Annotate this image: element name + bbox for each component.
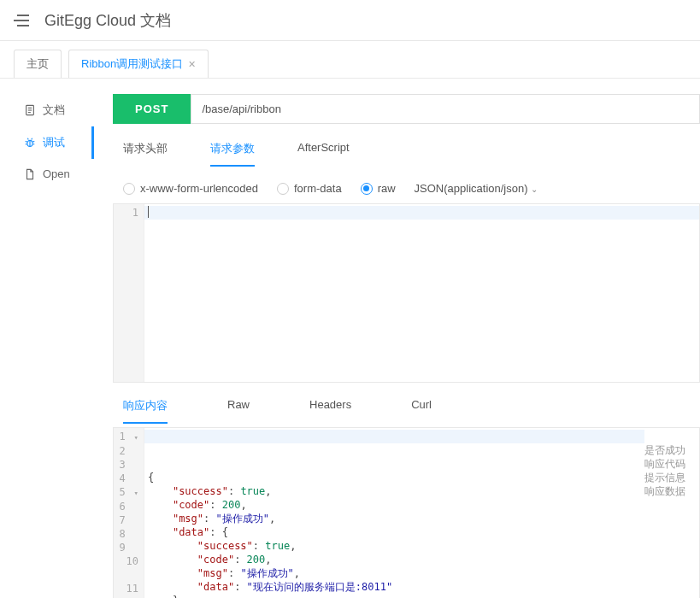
content-type-select[interactable]: JSON(application/json)⌄: [415, 182, 538, 195]
sidebar-item-label: 文档: [43, 103, 65, 118]
body-type-option[interactable]: form-data: [277, 182, 342, 195]
request-url-input[interactable]: [191, 94, 700, 124]
response-field-annotation: 是否成功: [644, 443, 699, 457]
request-sub-tab[interactable]: AfterScript: [297, 141, 350, 167]
app-title: GitEgg Cloud 文档: [44, 10, 171, 31]
response-editor[interactable]: 1 ▾2 3 4 5 ▾6 7 8 9 10 11 { "success": t…: [113, 427, 700, 598]
page-tab[interactable]: 主页: [14, 50, 62, 78]
doc-icon: [24, 104, 36, 116]
editor-cursor: [148, 206, 149, 218]
sidebar-item[interactable]: 文档: [0, 94, 94, 126]
page-tab-label: 主页: [26, 56, 49, 72]
editor-gutter: 1: [114, 204, 144, 382]
request-body-editor[interactable]: 1: [113, 203, 700, 383]
request-sub-tabs: 请求头部请求参数AfterScript: [123, 141, 700, 167]
radio-icon: [361, 183, 373, 195]
body-type-label: form-data: [294, 182, 342, 195]
body-type-option[interactable]: x-www-form-urlencoded: [123, 182, 258, 195]
response-field-annotation: 提示信息: [644, 471, 699, 484]
response-tab[interactable]: Curl: [411, 398, 432, 424]
svg-line-6: [26, 141, 27, 142]
page-tab[interactable]: Ribbon调用测试接口✕: [68, 50, 209, 78]
response-tabs: 响应内容RawHeadersCurl: [123, 398, 700, 424]
request-sub-tab[interactable]: 请求头部: [123, 141, 168, 167]
chevron-down-icon: ⌄: [531, 185, 538, 194]
page-icon: [24, 168, 36, 180]
response-tab[interactable]: 响应内容: [123, 398, 168, 424]
editor-current-line: [144, 206, 699, 220]
body-type-label: x-www-form-urlencoded: [140, 182, 258, 195]
svg-line-11: [32, 138, 32, 140]
response-tab[interactable]: Raw: [227, 398, 250, 424]
page-tab-label: Ribbon调用测试接口: [81, 56, 183, 72]
radio-icon: [123, 183, 135, 195]
bug-icon: [24, 137, 36, 149]
sidebar-item-label: Open: [43, 167, 70, 180]
http-method-button[interactable]: POST: [113, 94, 191, 124]
close-icon[interactable]: ✕: [188, 59, 196, 70]
response-field-annotation: 响应代码: [644, 457, 699, 471]
sidebar-item-label: 调试: [43, 135, 65, 150]
request-sub-tab[interactable]: 请求参数: [210, 141, 255, 167]
body-type-option[interactable]: raw: [361, 182, 396, 195]
response-tab[interactable]: Headers: [309, 398, 351, 424]
response-current-line: [144, 430, 644, 443]
body-type-row: x-www-form-urlencodedform-datarawJSON(ap…: [123, 182, 700, 195]
sidebar: 文档调试Open: [0, 79, 94, 598]
svg-line-10: [27, 138, 28, 140]
sidebar-item[interactable]: Open: [0, 159, 94, 189]
response-annotations: 是否成功响应代码提示信息响应数据: [644, 428, 699, 598]
sidebar-toggle-icon[interactable]: [14, 15, 29, 26]
content-type-label: JSON(application/json): [415, 182, 528, 195]
sidebar-item[interactable]: 调试: [0, 126, 94, 159]
svg-line-8: [33, 141, 35, 142]
response-gutter: 1 ▾2 3 4 5 ▾6 7 8 9 10 11: [114, 428, 144, 598]
body-type-label: raw: [378, 182, 396, 195]
page-tabs: 主页Ribbon调用测试接口✕: [0, 41, 700, 79]
response-body: { "success": true, "code": 200, "msg": "…: [144, 428, 644, 598]
radio-icon: [277, 183, 289, 195]
response-field-annotation: 响应数据: [644, 484, 699, 498]
